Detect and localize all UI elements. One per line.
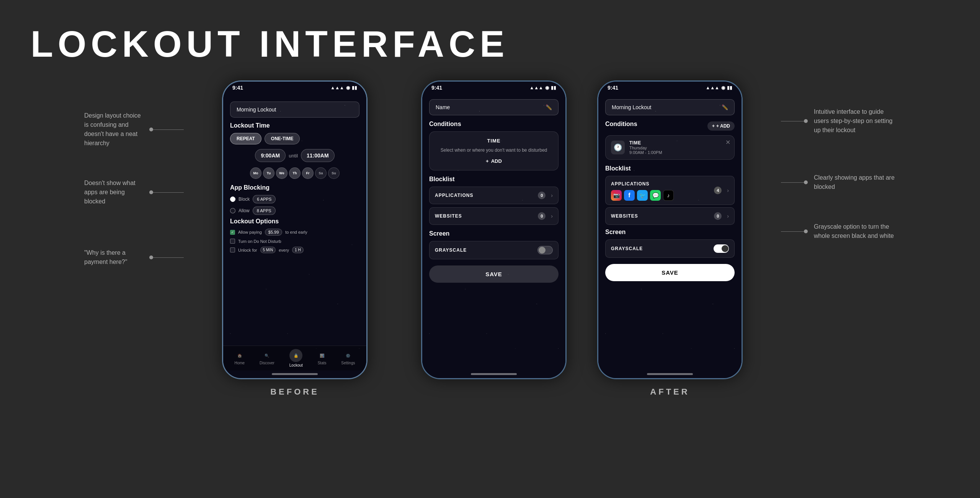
after-middle-phone-frame: 9:41 ▲▲▲ ◉ ▮▮ Name ✏️ Condition xyxy=(421,80,567,379)
before-hour[interactable]: 1 H xyxy=(292,247,304,253)
after-right-screen: Screen GRAYSCALE xyxy=(605,229,735,258)
before-status-bar: 9:41 ▲▲▲ ◉ ▮▮ xyxy=(223,82,366,92)
after-right-grayscale-row: GRAYSCALE xyxy=(605,239,735,258)
before-days-row: Mo Tu We Th Fr Sa Su xyxy=(230,167,359,179)
before-name-field[interactable]: Morning Lockout xyxy=(230,102,359,118)
before-repeat-btn[interactable]: REPEAT xyxy=(230,133,261,144)
plus-icon-right: + xyxy=(712,123,715,129)
after-middle-websites-row[interactable]: WEBSITES 0 › xyxy=(429,207,559,225)
nav-settings-label: Settings xyxy=(341,361,355,365)
after-right-status-bar: 9:41 ▲▲▲ ◉ ▮▮ xyxy=(598,82,742,92)
before-phone-wrapper: 9:41 ▲▲▲ ◉ ▮▮ Morning Lockout Lockout Ti… xyxy=(222,80,368,397)
after-middle-save-btn[interactable]: SAVE xyxy=(429,265,559,283)
after-right-close-btn[interactable]: ✕ xyxy=(725,139,730,146)
after-middle-grayscale-toggle[interactable] xyxy=(537,246,553,254)
before-end-time[interactable]: 11:00AM xyxy=(301,149,335,162)
wifi-icon-right: ◉ xyxy=(721,85,725,90)
wifi-icon-mid: ◉ xyxy=(545,85,549,90)
after-right-apps-count-row: 4 › xyxy=(714,187,729,194)
after-middle-status-icons: ▲▲▲ ◉ ▮▮ xyxy=(529,85,556,90)
day-tu[interactable]: Tu xyxy=(263,167,274,179)
nav-stats-label: Stats xyxy=(318,361,327,365)
before-allow-label: Allow xyxy=(238,208,250,213)
after-middle-name-row[interactable]: Name ✏️ xyxy=(429,99,559,115)
chevron-right-apps: › xyxy=(551,192,553,198)
after-right-app-icons: 📷 f 🐦 💬 ♪ xyxy=(611,190,714,201)
annot-line-1 xyxy=(153,129,184,130)
after-middle-conditions: Conditions TIME Select when or where you… xyxy=(429,121,559,170)
annot-text-r3: Grayscale option to turn the whole scree… xyxy=(814,222,896,241)
after-right-name-row[interactable]: Morning Lockout ✏️ xyxy=(605,99,735,115)
before-allow-count[interactable]: 8 APPS xyxy=(253,206,276,215)
before-toggle-group: REPEAT ONE-TIME xyxy=(230,133,359,144)
before-checkbox-2[interactable] xyxy=(230,239,235,244)
after-right-grayscale-toggle[interactable] xyxy=(714,244,729,253)
before-min[interactable]: 5 MIN xyxy=(260,247,276,253)
left-annotations: Design layout choice is confusing and do… xyxy=(84,80,199,297)
day-mo[interactable]: Mo xyxy=(250,167,261,179)
annot-line-3 xyxy=(153,257,184,258)
before-bottom-nav: 🏠 Home 🔍 Discover 🔒 Lockout 📊 Stats xyxy=(223,346,366,370)
after-middle-blocklist: Blocklist APPLICATIONS 0 › WEBSITES 0 xyxy=(429,176,559,225)
after-middle-websites-count: 0 xyxy=(538,212,546,220)
after-middle-conditions-title: Conditions xyxy=(429,121,559,128)
signal-icon-right: ▲▲▲ xyxy=(706,85,719,90)
nav-home[interactable]: 🏠 Home xyxy=(234,351,245,365)
before-app-blocking-title: App Blocking xyxy=(230,184,359,191)
annot-dot-r3 xyxy=(804,229,808,233)
after-right-name: Morning Lockout xyxy=(612,104,652,110)
before-checkbox-1[interactable]: ✓ xyxy=(230,230,235,235)
before-checkbox-3[interactable] xyxy=(230,247,235,252)
before-label: BEFORE xyxy=(270,387,319,397)
after-middle-content: Name ✏️ Conditions TIME Select when or w… xyxy=(422,95,565,367)
annot-text-1: Design layout choice is confusing and do… xyxy=(84,111,143,148)
day-su[interactable]: Su xyxy=(328,167,340,179)
before-lockout-time-title: Lockout Time xyxy=(230,122,359,129)
day-fr[interactable]: Fr xyxy=(302,167,314,179)
after-middle-home-indicator xyxy=(471,373,517,375)
before-onetime-btn[interactable]: ONE-TIME xyxy=(265,133,300,144)
nav-lockout-label: Lockout xyxy=(289,363,303,367)
day-we[interactable]: We xyxy=(276,167,287,179)
day-th[interactable]: Th xyxy=(289,167,301,179)
before-start-time[interactable]: 9:00AM xyxy=(255,149,286,162)
stats-icon: 📊 xyxy=(318,351,326,360)
after-right-add-label: + ADD xyxy=(716,123,730,129)
after-right-websites-row[interactable]: WEBSITES 0 › xyxy=(605,207,735,225)
before-allow-radio[interactable] xyxy=(230,208,235,213)
after-middle-phone-wrapper: 9:41 ▲▲▲ ◉ ▮▮ Name ✏️ Condition xyxy=(421,80,567,379)
annot-text-2: Doesn't show what apps are being blocked xyxy=(84,179,143,206)
after-middle-phone-screen: 9:41 ▲▲▲ ◉ ▮▮ Name ✏️ Condition xyxy=(422,82,565,378)
annot-line-r2 xyxy=(781,182,804,183)
after-middle-time-label: TIME xyxy=(436,138,552,144)
after-right-status-icons: ▲▲▲ ◉ ▮▮ xyxy=(706,85,732,90)
annotation-r2: Clearly showing apps that are blocked xyxy=(781,173,896,192)
before-end-early: to end early xyxy=(285,230,307,234)
before-block-radio[interactable] xyxy=(230,197,235,202)
after-middle-apps-row[interactable]: APPLICATIONS 0 › xyxy=(429,187,559,204)
before-time-row: 9:00AM until 11:00AM xyxy=(230,149,359,162)
nav-stats[interactable]: 📊 Stats xyxy=(318,351,327,365)
nav-lockout[interactable]: 🔒 Lockout xyxy=(289,349,303,367)
after-right-add-btn[interactable]: + + ADD xyxy=(707,121,735,131)
after-right-apps-row[interactable]: APPLICATIONS 📷 f 🐦 💬 ♪ 4 xyxy=(605,176,735,205)
settings-icon: ⚙️ xyxy=(344,351,352,360)
annot-dot-r1 xyxy=(804,119,808,123)
after-middle-edit-icon: ✏️ xyxy=(546,104,552,110)
after-middle-toggle-knob xyxy=(539,247,546,254)
nav-settings[interactable]: ⚙️ Settings xyxy=(341,351,355,365)
before-block-count[interactable]: 6 APPS xyxy=(253,195,276,203)
nav-discover[interactable]: 🔍 Discover xyxy=(260,351,274,365)
annotation-1: Design layout choice is confusing and do… xyxy=(84,111,184,148)
annot-text-r1: Intuitive interface to guide users step-… xyxy=(814,107,896,135)
after-middle-screen-title: Screen xyxy=(429,230,559,237)
after-right-save-btn[interactable]: SAVE xyxy=(605,264,735,281)
after-middle-apps-count: 0 xyxy=(538,192,546,199)
before-phone-frame: 9:41 ▲▲▲ ◉ ▮▮ Morning Lockout Lockout Ti… xyxy=(222,80,368,379)
day-sa[interactable]: Sa xyxy=(315,167,327,179)
nav-discover-label: Discover xyxy=(260,361,274,365)
before-home-indicator xyxy=(272,373,318,375)
before-price[interactable]: $5.99 xyxy=(265,229,283,236)
annot-text-r2: Clearly showing apps that are blocked xyxy=(814,173,896,192)
after-middle-add-btn[interactable]: + ADD xyxy=(436,158,552,164)
